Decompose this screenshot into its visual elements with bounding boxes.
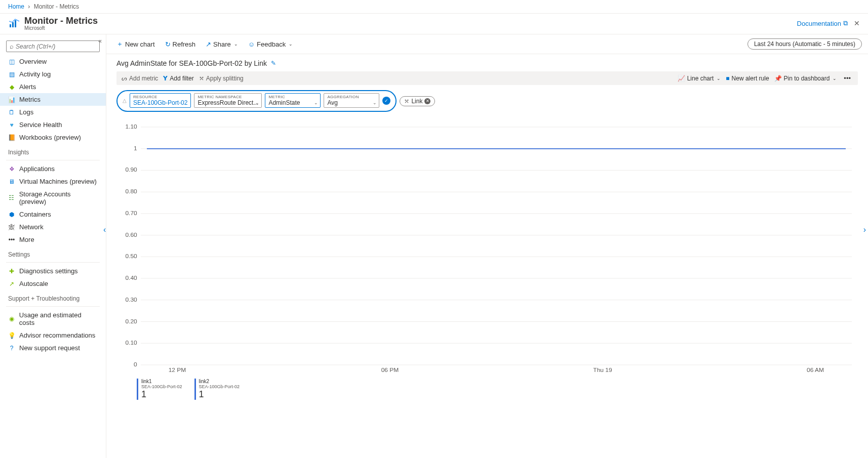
breadcrumb-home[interactable]: Home: [8, 3, 24, 10]
collapse-sidebar-icon[interactable]: «: [98, 37, 102, 45]
breadcrumb-current: Monitor - Metrics: [34, 3, 79, 10]
breadcrumb: Home › Monitor - Metrics: [0, 0, 868, 14]
nav-section-settings: Settings: [0, 246, 106, 260]
page-header: Monitor - Metrics Microsoft Documentatio…: [0, 14, 868, 34]
prev-chart-arrow[interactable]: ‹: [103, 225, 106, 234]
nav-network[interactable]: 🕸Network: [0, 221, 106, 233]
check-badge-icon: ✓: [382, 97, 390, 105]
pin-icon: 📌: [774, 75, 782, 82]
svg-text:0.90: 0.90: [125, 167, 137, 173]
nav-overview[interactable]: ◫Overview: [0, 55, 106, 68]
filter-icon: 𝗬: [163, 75, 168, 82]
metrics-icon: 📊: [8, 96, 15, 103]
metric-icon: ᔕ: [122, 75, 127, 82]
nav-advisor[interactable]: 💡Advisor recommendations: [0, 329, 106, 342]
link-filter-chip[interactable]: ⤲ Link ✕: [400, 96, 435, 106]
more-icon: •••: [8, 236, 15, 243]
nav-diagnostics[interactable]: ✚Diagnostics settings: [0, 265, 106, 277]
new-chart-button[interactable]: ＋New chart: [112, 37, 159, 51]
storage-icon: ☷: [8, 194, 15, 201]
svg-text:Thu 19: Thu 19: [593, 367, 612, 373]
line-chart: 1.1010.900.800.700.600.500.400.300.200.1…: [116, 122, 858, 375]
time-range-selector[interactable]: Last 24 hours (Automatic - 5 minutes): [747, 38, 862, 50]
svg-text:0.10: 0.10: [125, 340, 137, 346]
nav-more[interactable]: •••More: [0, 233, 106, 246]
containers-icon: ⬢: [8, 211, 15, 218]
more-options-button[interactable]: •••: [842, 74, 853, 82]
activity-log-icon: ▤: [8, 71, 15, 78]
nav-workbooks[interactable]: 📙Workbooks (preview): [0, 131, 106, 144]
nav-section-insights: Insights: [0, 144, 106, 158]
chart-type-selector[interactable]: 📈Line chart⌄: [678, 75, 721, 82]
diagnostics-icon: ✚: [8, 268, 15, 275]
pin-dashboard-button[interactable]: 📌Pin to dashboard⌄: [774, 75, 837, 82]
documentation-link[interactable]: Documentation ⧉: [797, 19, 848, 27]
page-title: Monitor - Metrics: [24, 16, 98, 26]
svg-text:0.80: 0.80: [125, 189, 137, 194]
feedback-button[interactable]: ☺Feedback⌄: [244, 38, 297, 50]
svg-text:06 PM: 06 PM: [381, 367, 399, 373]
svg-rect-1: [12, 22, 14, 27]
svg-text:0.30: 0.30: [125, 297, 137, 303]
search-icon: ⌕: [10, 43, 14, 50]
add-metric-button[interactable]: ᔕAdd metric: [122, 75, 158, 82]
feedback-icon: ☺: [248, 40, 255, 48]
advisor-icon: 💡: [8, 332, 15, 339]
nav-storage-accounts[interactable]: ☷Storage Accounts (preview): [0, 188, 106, 208]
legend-item[interactable]: link1SEA-100Gb-Port-021: [137, 379, 182, 400]
svg-text:0.40: 0.40: [125, 275, 137, 281]
svg-text:0.50: 0.50: [125, 254, 137, 259]
nav-new-support[interactable]: ?New support request: [0, 342, 106, 354]
monitor-logo-icon: [8, 17, 20, 29]
nav-usage-costs[interactable]: ◉Usage and estimated costs: [0, 309, 106, 329]
sidebar-search[interactable]: ⌕: [6, 40, 100, 52]
nav-applications[interactable]: ❖Applications: [0, 162, 106, 175]
autoscale-icon: ↗: [8, 280, 15, 287]
chart-title: Avg AdminState for SEA-100Gb-Port-02 by …: [116, 59, 267, 67]
chevron-down-icon: ⌄: [255, 100, 259, 105]
chevron-down-icon: ⌄: [717, 76, 721, 81]
svg-text:0.20: 0.20: [125, 318, 137, 324]
alert-rule-icon: ■: [726, 75, 729, 82]
nav-containers[interactable]: ⬢Containers: [0, 208, 106, 221]
namespace-selector[interactable]: METRIC NAMESPACE ExpressRoute Direct... …: [194, 93, 262, 108]
vm-icon: 🖥: [8, 178, 15, 185]
share-button[interactable]: ↗Share⌄: [202, 38, 242, 50]
chevron-down-icon: ⌄: [234, 41, 238, 47]
search-input[interactable]: [16, 43, 96, 50]
nav-service-health[interactable]: ♥Service Health: [0, 118, 106, 131]
network-icon: 🕸: [8, 224, 15, 231]
next-chart-arrow[interactable]: ›: [863, 225, 866, 234]
close-icon[interactable]: ✕: [854, 19, 860, 27]
nav-autoscale[interactable]: ↗Autoscale: [0, 277, 106, 290]
svg-text:12 PM: 12 PM: [169, 367, 186, 373]
split-icon: ⤲: [199, 75, 204, 82]
nav-metrics[interactable]: 📊Metrics: [0, 93, 106, 106]
logs-icon: 🗒: [8, 109, 15, 116]
resource-selector[interactable]: RESOURCE SEA-100Gb-Port-02: [130, 93, 191, 108]
new-alert-button[interactable]: ■New alert rule: [726, 75, 769, 82]
overview-icon: ◫: [8, 58, 15, 65]
usage-icon: ◉: [8, 315, 15, 322]
remove-chip-icon[interactable]: ✕: [424, 98, 430, 104]
svg-text:0.60: 0.60: [125, 232, 137, 238]
metric-selector[interactable]: METRIC AdminState ⌄: [265, 93, 321, 108]
nav-alerts[interactable]: ◆Alerts: [0, 80, 106, 93]
aggregation-selector[interactable]: AGGREGATION Avg ⌄: [324, 93, 379, 108]
apply-splitting-button[interactable]: ⤲Apply splitting: [199, 75, 244, 82]
split-icon: ⤲: [404, 98, 409, 105]
edit-title-icon[interactable]: ✎: [271, 60, 276, 67]
line-chart-icon: 📈: [678, 75, 685, 82]
alerts-icon: ◆: [8, 84, 15, 91]
add-filter-button[interactable]: 𝗬Add filter: [163, 75, 193, 82]
service-health-icon: ♥: [8, 121, 15, 129]
nav-virtual-machines[interactable]: 🖥Virtual Machines (preview): [0, 175, 106, 188]
legend-item[interactable]: link2SEA-100Gb-Port-021: [194, 379, 240, 400]
sidebar: « ⌕ ◫Overview ▤Activity log ◆Alerts 📊Met…: [0, 34, 106, 458]
nav-logs[interactable]: 🗒Logs: [0, 106, 106, 118]
warning-icon: △: [123, 98, 127, 103]
nav-activity-log[interactable]: ▤Activity log: [0, 68, 106, 80]
refresh-button[interactable]: ↻Refresh: [161, 38, 200, 50]
nav-section-support: Support + Troubleshooting: [0, 290, 106, 304]
plus-icon: ＋: [116, 39, 123, 49]
